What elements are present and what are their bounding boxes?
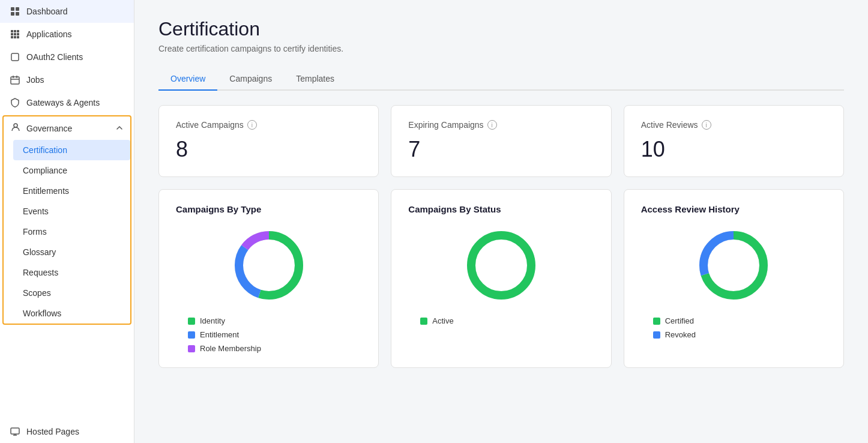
forms-label: Forms	[23, 227, 47, 237]
sidebar-item-applications[interactable]: Applications	[0, 23, 134, 46]
chevron-up-icon	[116, 124, 123, 133]
sidebar-item-gateways[interactable]: Gateways & Agents	[0, 91, 134, 114]
legend-revoked: Revoked	[653, 330, 827, 339]
identity-label: Identity	[200, 316, 225, 325]
apps-icon	[10, 29, 20, 40]
legend-active: Active	[420, 316, 594, 325]
donut-by-status-container: Active	[408, 226, 594, 325]
stat-card-active-campaigns-value: 8	[176, 137, 361, 162]
svg-point-18	[14, 124, 17, 127]
sidebar-item-oauth2[interactable]: OAuth2 Clients	[0, 46, 134, 68]
svg-rect-13	[11, 53, 19, 61]
stat-card-active-reviews-value: 10	[641, 137, 827, 162]
certified-label: Certified	[665, 316, 694, 325]
person-icon	[11, 122, 20, 134]
glossary-label: Glossary	[23, 247, 56, 257]
by-status-legend: Active	[408, 316, 594, 325]
stat-card-active-reviews-title: Active Reviews i	[641, 120, 827, 130]
review-history-legend: Certified Revoked	[641, 316, 827, 339]
donut-review-history-svg	[695, 226, 773, 304]
sidebar-item-applications-label: Applications	[26, 29, 72, 39]
stat-card-expiring-campaigns: Expiring Campaigns i 7	[391, 105, 611, 177]
sidebar-item-requests[interactable]: Requests	[13, 262, 130, 283]
hosted-pages-label: Hosted Pages	[26, 427, 79, 436]
tab-templates[interactable]: Templates	[284, 68, 346, 91]
svg-rect-5	[14, 30, 16, 32]
sidebar-item-jobs[interactable]: Jobs	[0, 68, 134, 91]
active-label: Active	[432, 316, 453, 325]
sidebar-item-glossary[interactable]: Glossary	[13, 242, 130, 262]
sidebar-item-workflows[interactable]: Workflows	[13, 303, 130, 324]
legend-certified: Certified	[653, 316, 827, 325]
identity-dot	[188, 318, 195, 325]
sidebar-item-oauth2-label: OAuth2 Clients	[26, 52, 83, 62]
entitlement-dot	[188, 331, 195, 339]
requests-label: Requests	[23, 268, 58, 277]
sidebar-item-forms[interactable]: Forms	[13, 222, 130, 242]
active-dot	[420, 318, 427, 325]
svg-rect-4	[11, 30, 13, 32]
square-icon	[10, 52, 20, 62]
svg-rect-8	[14, 33, 16, 35]
sidebar-item-entitlements[interactable]: Entitlements	[13, 181, 130, 201]
events-label: Events	[23, 206, 49, 216]
svg-rect-11	[14, 36, 16, 38]
sidebar-item-events[interactable]: Events	[13, 201, 130, 222]
sidebar-item-gateways-label: Gateways & Agents	[26, 98, 100, 107]
expiring-campaigns-info-icon[interactable]: i	[487, 120, 497, 130]
chart-campaigns-by-type-title: Campaigns By Type	[176, 204, 361, 214]
tabs-container: Overview Campaigns Templates	[158, 68, 844, 91]
certification-label: Certification	[23, 145, 67, 155]
monitor-icon	[10, 426, 20, 437]
svg-rect-1	[16, 7, 19, 11]
role-membership-dot	[188, 345, 195, 352]
chart-campaigns-by-status: Campaigns By Status Active	[391, 189, 611, 368]
sidebar-item-compliance[interactable]: Compliance	[13, 160, 130, 181]
sidebar-item-scopes[interactable]: Scopes	[13, 283, 130, 303]
tab-overview[interactable]: Overview	[158, 68, 217, 91]
donut-by-type-container: Identity Entitlement Role Membership	[176, 226, 361, 353]
entitlement-label: Entitlement	[200, 330, 239, 339]
calendar-icon	[10, 74, 20, 85]
charts-row: Campaigns By Type Identity	[158, 189, 844, 368]
svg-rect-9	[17, 33, 19, 35]
sidebar-item-dashboard[interactable]: Dashboard	[0, 0, 134, 23]
workflows-label: Workflows	[23, 309, 61, 318]
chart-campaigns-by-status-title: Campaigns By Status	[408, 204, 594, 214]
stat-card-expiring-campaigns-title: Expiring Campaigns i	[408, 120, 594, 130]
svg-rect-6	[17, 30, 19, 32]
legend-identity: Identity	[188, 316, 361, 325]
chart-campaigns-by-type: Campaigns By Type Identity	[158, 189, 379, 368]
role-membership-label: Role Membership	[200, 344, 261, 353]
revoked-dot	[653, 331, 660, 339]
svg-rect-19	[11, 428, 19, 434]
stat-card-expiring-campaigns-value: 7	[408, 137, 594, 162]
certified-dot	[653, 318, 660, 325]
sidebar-item-hosted-pages[interactable]: Hosted Pages	[0, 420, 134, 443]
active-campaigns-info-icon[interactable]: i	[247, 120, 257, 130]
legend-entitlement: Entitlement	[188, 330, 361, 339]
grid-icon	[10, 6, 20, 17]
by-type-legend: Identity Entitlement Role Membership	[176, 316, 361, 353]
revoked-label: Revoked	[665, 330, 696, 339]
svg-rect-14	[11, 77, 19, 84]
governance-section: Governance Certification Compliance Enti…	[2, 115, 131, 325]
governance-header[interactable]: Governance	[4, 116, 130, 140]
governance-subitems: Certification Compliance Entitlements Ev…	[4, 140, 130, 324]
svg-rect-2	[11, 12, 14, 16]
entitlements-label: Entitlements	[23, 186, 69, 196]
tab-campaigns[interactable]: Campaigns	[217, 68, 284, 91]
active-reviews-info-icon[interactable]: i	[702, 120, 711, 130]
donut-by-status-svg	[462, 226, 540, 304]
sidebar-item-certification[interactable]: Certification	[13, 140, 130, 160]
sidebar: Dashboard Applications OAuth2 Clients Jo…	[0, 0, 134, 443]
svg-point-26	[471, 235, 531, 295]
sidebar-item-dashboard-label: Dashboard	[26, 7, 68, 16]
scopes-label: Scopes	[23, 288, 51, 298]
svg-rect-12	[17, 36, 19, 38]
chart-access-review-history: Access Review History Certified	[624, 189, 844, 368]
svg-rect-3	[16, 12, 19, 16]
sidebar-item-jobs-label: Jobs	[26, 75, 44, 85]
stat-card-active-campaigns: Active Campaigns i 8	[158, 105, 379, 177]
stat-card-active-campaigns-title: Active Campaigns i	[176, 120, 361, 130]
